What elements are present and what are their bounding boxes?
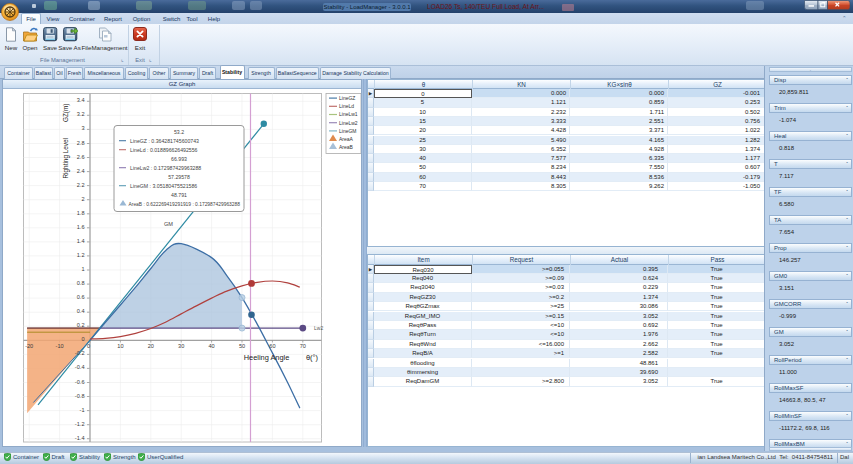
svg-text:1.4: 1.4 xyxy=(77,237,85,243)
svg-text:-10: -10 xyxy=(56,342,64,348)
svg-text:LineGZ : 0.364281745600743: LineGZ : 0.364281745600743 xyxy=(130,137,199,143)
svg-text:-0.2: -0.2 xyxy=(75,350,85,356)
svg-text:LineGM: LineGM xyxy=(339,127,357,133)
svg-text:57.29578: 57.29578 xyxy=(168,173,190,179)
svg-text:40: 40 xyxy=(208,342,214,348)
svg-text:2: 2 xyxy=(81,195,84,201)
svg-text:2.2: 2.2 xyxy=(77,181,85,187)
svg-text:-1: -1 xyxy=(80,406,85,412)
svg-text:Lw2: Lw2 xyxy=(314,325,323,331)
svg-text:3.4: 3.4 xyxy=(77,97,85,103)
svg-text:53.2: 53.2 xyxy=(174,128,184,134)
svg-text:Heeling Angle: Heeling Angle xyxy=(244,352,290,361)
svg-text:48.791: 48.791 xyxy=(171,191,187,197)
svg-text:3: 3 xyxy=(81,125,84,131)
svg-text:1.2: 1.2 xyxy=(77,251,85,257)
svg-text:LineLw1: LineLw1 xyxy=(339,111,358,117)
svg-text:-0.8: -0.8 xyxy=(75,392,85,398)
svg-text:2.8: 2.8 xyxy=(77,139,85,145)
svg-text:0: 0 xyxy=(87,342,90,348)
svg-text:1.8: 1.8 xyxy=(77,209,85,215)
svg-text:50: 50 xyxy=(239,342,245,348)
svg-text:0: 0 xyxy=(81,336,84,342)
svg-text:2.4: 2.4 xyxy=(77,167,85,173)
svg-text:1: 1 xyxy=(81,266,84,272)
svg-text:GM: GM xyxy=(164,221,173,227)
svg-text:2.6: 2.6 xyxy=(77,153,85,159)
svg-text:LineLw2 : 0.172987429963288: LineLw2 : 0.172987429963288 xyxy=(130,164,201,170)
svg-text:70: 70 xyxy=(300,342,306,348)
svg-text:-1.2: -1.2 xyxy=(75,420,85,426)
svg-text:1.6: 1.6 xyxy=(77,223,85,229)
svg-text:LineLd : 0.018896626492556: LineLd : 0.018896626492556 xyxy=(130,146,198,152)
svg-text:0.6: 0.6 xyxy=(77,294,85,300)
svg-text:-1.4: -1.4 xyxy=(75,434,85,440)
svg-text:AreaB: AreaB xyxy=(339,144,354,150)
svg-text:θ(°): θ(°) xyxy=(306,352,318,361)
svg-text:20: 20 xyxy=(148,342,154,348)
svg-text:30: 30 xyxy=(178,342,184,348)
svg-text:AreaA: AreaA xyxy=(339,135,354,141)
svg-text:-0.4: -0.4 xyxy=(75,364,85,370)
svg-text:66.993: 66.993 xyxy=(171,155,187,161)
svg-text:3.2: 3.2 xyxy=(77,111,85,117)
svg-text:LineLw2: LineLw2 xyxy=(339,119,358,125)
svg-text:AreaB : 0.622269419291919 : 0.: AreaB : 0.622269419291919 : 0.1729874299… xyxy=(129,201,241,206)
svg-text:0.8: 0.8 xyxy=(77,280,85,286)
svg-text:LineGM : 3.05180475521586: LineGM : 3.05180475521586 xyxy=(130,182,197,188)
svg-text:LineGZ: LineGZ xyxy=(339,94,355,100)
svg-text:10: 10 xyxy=(117,342,123,348)
svg-text:LineLd: LineLd xyxy=(339,103,354,109)
svg-text:60: 60 xyxy=(269,342,275,348)
svg-text:-0.6: -0.6 xyxy=(75,378,85,384)
svg-text:0.2: 0.2 xyxy=(77,322,85,328)
svg-text:-20: -20 xyxy=(25,342,33,348)
svg-text:Righting Level GZ(m): Righting Level GZ(m) xyxy=(62,103,70,178)
svg-text:0.4: 0.4 xyxy=(77,308,85,314)
